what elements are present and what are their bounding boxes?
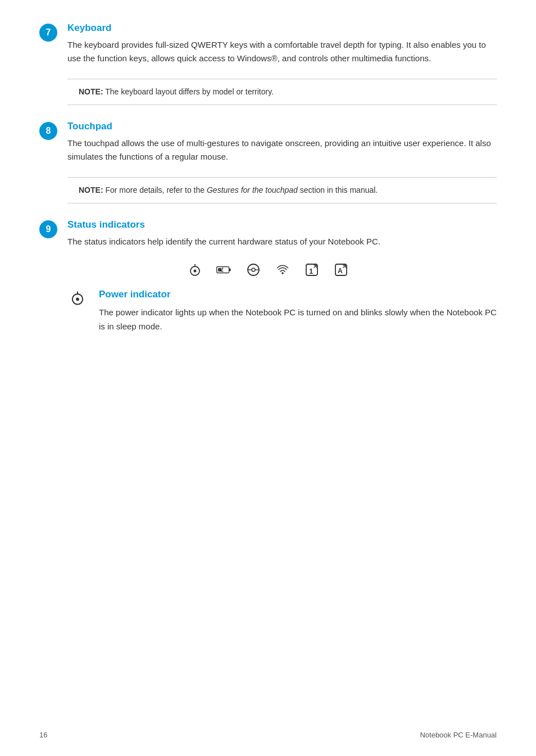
svg-rect-4 <box>229 269 231 271</box>
svg-point-2 <box>194 270 197 273</box>
power-indicator-section: Power indicator The power indicator ligh… <box>67 289 497 334</box>
keyboard-note: NOTE: The keyboard layout differs by mod… <box>67 79 497 105</box>
section-8-title: Touchpad <box>67 121 497 132</box>
section-7-content: Keyboard The keyboard provides full-size… <box>67 22 497 65</box>
keyboard-note-label: NOTE: <box>79 87 103 96</box>
touchpad-note-text: For more details, refer to the <box>103 185 207 194</box>
capslock-status-icon: A <box>333 262 349 278</box>
svg-point-10 <box>252 268 255 271</box>
svg-line-6 <box>221 268 222 271</box>
svg-rect-5 <box>218 268 221 271</box>
numlock-status-icon: 1 <box>304 262 320 278</box>
section-9-badge: 9 <box>39 220 57 238</box>
section-8-body: The touchpad allows the use of multi-ges… <box>67 137 497 164</box>
svg-text:1: 1 <box>309 267 313 275</box>
svg-point-20 <box>76 297 79 301</box>
power-indicator-body: The power indicator lights up when the N… <box>99 306 497 334</box>
power-indicator-icon <box>67 289 88 311</box>
svg-point-13 <box>281 272 284 274</box>
section-7-title: Keyboard <box>67 22 497 34</box>
touchpad-note-text2: section in this manual. <box>298 185 378 194</box>
page-content: 7 Keyboard The keyboard provides full-si… <box>0 0 536 368</box>
section-9-content: Status indicators The status indicators … <box>67 219 497 248</box>
keyboard-note-text: The keyboard layout differs by model or … <box>103 87 274 96</box>
section-8-badge: 8 <box>39 122 57 140</box>
touchpad-note-label: NOTE: <box>79 185 103 194</box>
battery-status-icon <box>216 262 232 278</box>
power-indicator-title: Power indicator <box>99 289 497 300</box>
page-footer: 16 Notebook PC E-Manual <box>39 731 497 739</box>
footer-manual-title: Notebook PC E-Manual <box>420 731 497 739</box>
power-status-icon <box>187 262 203 278</box>
wifi-status-icon <box>275 262 290 278</box>
svg-text:A: A <box>338 267 343 275</box>
footer-page-number: 16 <box>39 731 47 739</box>
status-icons-row: 1 A <box>39 262 497 278</box>
section-7-badge: 7 <box>39 24 57 42</box>
power-indicator-content: Power indicator The power indicator ligh… <box>99 289 497 334</box>
section-8-content: Touchpad The touchpad allows the use of … <box>67 121 497 164</box>
section-7: 7 Keyboard The keyboard provides full-si… <box>39 22 497 65</box>
section-7-body: The keyboard provides full-sized QWERTY … <box>67 38 497 65</box>
section-9-title: Status indicators <box>67 219 497 230</box>
touchpad-note-italic: Gestures for the touchpad <box>207 185 298 194</box>
drive-status-icon <box>246 262 261 278</box>
section-9: 9 Status indicators The status indicator… <box>39 219 497 248</box>
section-8: 8 Touchpad The touchpad allows the use o… <box>39 121 497 164</box>
section-9-body: The status indicators help identify the … <box>67 235 497 248</box>
touchpad-note: NOTE: For more details, refer to the Ges… <box>67 177 497 203</box>
